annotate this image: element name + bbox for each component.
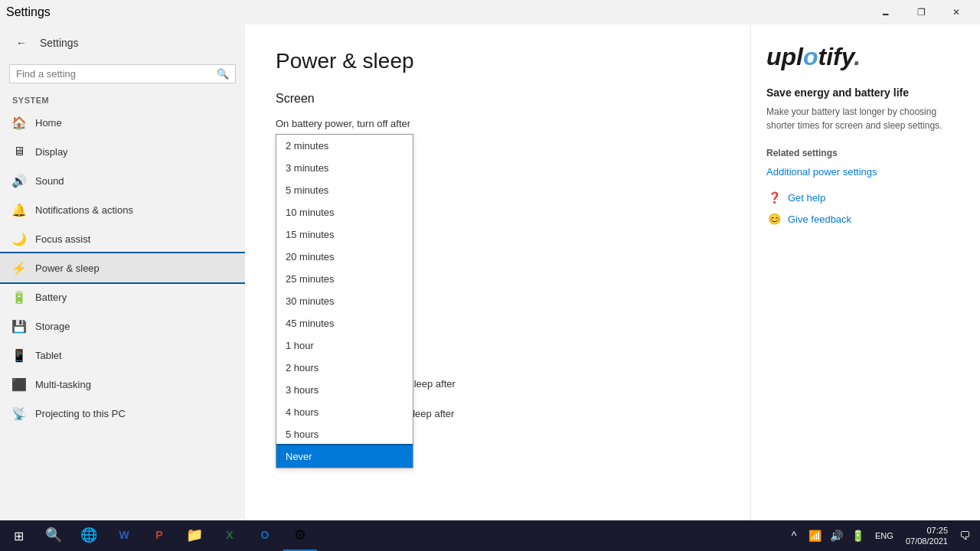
- sidebar-item-storage[interactable]: 💾 Storage: [0, 311, 245, 341]
- sidebar-item-home[interactable]: 🏠 Home: [0, 108, 245, 137]
- right-panel: uplotify. Save energy and battery life M…: [750, 24, 980, 520]
- settings-taskbar-icon: ⚙: [294, 527, 306, 543]
- search-input[interactable]: [16, 68, 212, 80]
- additional-power-settings-link[interactable]: Additional power settings: [766, 166, 965, 178]
- logo-dot: .: [854, 43, 861, 70]
- dropdown-item-1hr[interactable]: 1 hour: [276, 334, 413, 357]
- get-help-text[interactable]: Get help: [788, 192, 825, 204]
- dropdown-item-never[interactable]: Never: [276, 445, 413, 468]
- taskbar-chevron[interactable]: ^: [785, 520, 803, 551]
- logo-accent: o: [803, 43, 818, 70]
- logo-u: upl: [766, 43, 803, 70]
- dropdown-item-3min[interactable]: 3 minutes: [276, 157, 413, 179]
- dropdown-item-5min[interactable]: 5 minutes: [276, 179, 413, 201]
- close-button[interactable]: ✕: [939, 0, 974, 24]
- battery-icon: 🔋: [12, 290, 26, 304]
- sidebar-item-sound[interactable]: 🔊 Sound: [0, 166, 245, 195]
- screen-section-title: Screen: [276, 92, 720, 106]
- word-icon: W: [119, 529, 129, 541]
- taskbar-settings[interactable]: ⚙: [283, 520, 317, 551]
- taskbar-apps: 🔍 🌐 W P 📁 X O ⚙: [37, 520, 317, 551]
- title-bar: Settings 🗕 ❐ ✕: [0, 0, 980, 24]
- projecting-icon: 📡: [12, 406, 26, 420]
- sidebar-item-projecting[interactable]: 📡 Projecting to this PC: [0, 399, 245, 428]
- taskbar-chrome[interactable]: 🌐: [72, 520, 106, 551]
- main-content: Power & sleep Screen On battery power, t…: [245, 24, 750, 520]
- title-bar-controls: 🗕 ❐ ✕: [868, 0, 974, 24]
- taskbar-wifi-icon[interactable]: 📶: [806, 520, 825, 551]
- get-help-row[interactable]: ❓ Get help: [766, 190, 965, 205]
- taskbar-notification-icon[interactable]: 🗨: [956, 520, 974, 551]
- tablet-icon: 📱: [12, 348, 26, 362]
- give-feedback-row[interactable]: 😊 Give feedback: [766, 211, 965, 227]
- taskbar: ⊞ 🔍 🌐 W P 📁 X O ⚙ ^ 📶 🔊 🔋 ENG: [0, 520, 980, 551]
- taskbar-volume-icon[interactable]: 🔊: [828, 520, 846, 551]
- sidebar-item-label: Battery: [35, 292, 67, 303]
- sidebar-item-tablet[interactable]: 📱 Tablet: [0, 341, 245, 370]
- taskbar-excel[interactable]: X: [213, 520, 247, 551]
- taskbar-files[interactable]: 📁: [178, 520, 211, 551]
- taskbar-time-value: 07:25: [926, 525, 948, 536]
- sidebar-app-title: Settings: [40, 37, 79, 49]
- taskbar-powerpoint[interactable]: P: [142, 520, 176, 551]
- sidebar-item-label: Display: [35, 146, 68, 158]
- storage-icon: 💾: [12, 319, 26, 333]
- dropdown-item-4hr[interactable]: 4 hours: [276, 401, 413, 423]
- dropdown-item-10min[interactable]: 10 minutes: [276, 201, 413, 223]
- excel-icon: X: [226, 529, 233, 541]
- restore-button[interactable]: ❐: [903, 0, 939, 24]
- taskbar-time[interactable]: 07:25 07/08/2021: [901, 525, 952, 547]
- battery-turn-off-label: On battery power, turn off after: [276, 118, 720, 129]
- dropdown-item-15min[interactable]: 15 minutes: [276, 223, 413, 246]
- taskbar-word[interactable]: W: [107, 520, 141, 551]
- taskbar-search[interactable]: 🔍: [37, 520, 70, 551]
- sidebar: ← Settings 🔍 System 🏠 Home 🖥 Display 🔊 S…: [0, 24, 245, 520]
- sidebar-item-label: Multi-tasking: [35, 379, 91, 390]
- logo-text: uplotify.: [766, 43, 861, 70]
- app-body: ← Settings 🔍 System 🏠 Home 🖥 Display 🔊 S…: [0, 24, 980, 520]
- sidebar-item-label: Focus assist: [35, 233, 90, 245]
- help-links: ❓ Get help 😊 Give feedback: [766, 190, 965, 227]
- start-button[interactable]: ⊞: [0, 520, 37, 551]
- logo-tify: tify: [818, 43, 854, 70]
- sidebar-item-power[interactable]: ⚡ Power & sleep: [0, 253, 245, 282]
- dropdown-item-30min[interactable]: 30 minutes: [276, 290, 413, 312]
- sidebar-item-label: Storage: [35, 321, 70, 332]
- home-icon: 🏠: [12, 116, 26, 129]
- dropdown-item-45min[interactable]: 45 minutes: [276, 312, 413, 334]
- sidebar-item-focus[interactable]: 🌙 Focus assist: [0, 224, 245, 253]
- dropdown-item-20min[interactable]: 20 minutes: [276, 246, 413, 268]
- minimize-button[interactable]: 🗕: [868, 0, 903, 24]
- taskbar-battery-icon[interactable]: 🔋: [849, 520, 867, 551]
- search-icon-button[interactable]: 🔍: [217, 68, 229, 80]
- chrome-icon: 🌐: [80, 527, 97, 543]
- dropdown-item-2hr[interactable]: 2 hours: [276, 357, 413, 379]
- save-energy-text: Make your battery last longer by choosin…: [766, 105, 965, 132]
- sidebar-item-label: Power & sleep: [35, 262, 100, 274]
- taskbar-right: ^ 📶 🔊 🔋 ENG 07:25 07/08/2021 🗨: [785, 520, 980, 551]
- sound-icon: 🔊: [12, 174, 26, 187]
- give-feedback-icon: 😊: [766, 211, 782, 227]
- taskbar-outlook[interactable]: O: [248, 520, 282, 551]
- sidebar-item-multitasking[interactable]: ⬛ Multi-tasking: [0, 370, 245, 399]
- start-icon: ⊞: [14, 529, 24, 543]
- taskbar-lang[interactable]: ENG: [871, 520, 898, 551]
- focus-icon: 🌙: [12, 232, 26, 246]
- dropdown-list[interactable]: 2 minutes 3 minutes 5 minutes 10 minutes…: [276, 134, 413, 468]
- sidebar-item-notifications[interactable]: 🔔 Notifications & actions: [0, 195, 245, 224]
- dropdown-item-2min[interactable]: 2 minutes: [276, 135, 413, 157]
- dropdown-item-5hr[interactable]: 5 hours: [276, 423, 413, 445]
- sidebar-item-battery[interactable]: 🔋 Battery: [0, 282, 245, 311]
- search-taskbar-icon: 🔍: [45, 527, 62, 543]
- sidebar-item-label: Tablet: [35, 350, 62, 361]
- sidebar-item-label: Home: [35, 117, 62, 129]
- sidebar-item-display[interactable]: 🖥 Display: [0, 137, 245, 166]
- files-icon: 📁: [186, 527, 203, 543]
- notifications-icon: 🔔: [12, 203, 26, 217]
- dropdown-item-25min[interactable]: 25 minutes: [276, 268, 413, 290]
- give-feedback-text[interactable]: Give feedback: [788, 214, 851, 225]
- sidebar-item-label: Projecting to this PC: [35, 408, 126, 419]
- display-icon: 🖥: [12, 145, 26, 158]
- back-button[interactable]: ←: [9, 31, 34, 55]
- dropdown-item-3hr[interactable]: 3 hours: [276, 379, 413, 401]
